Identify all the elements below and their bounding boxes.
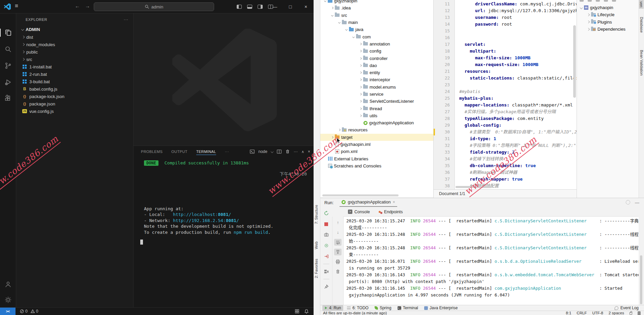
tab-bean-validation[interactable]: Bean Validation xyxy=(640,50,644,75)
tab-structure[interactable]: 7: Structure xyxy=(314,205,318,224)
project-tree-item[interactable]: resources xyxy=(320,126,433,133)
project-tree-item[interactable]: controller xyxy=(320,55,433,62)
project-tree-item[interactable]: pom.xml xyxy=(320,148,433,155)
soft-wrap-icon[interactable] xyxy=(334,239,342,246)
nav-forward-icon[interactable]: → xyxy=(85,3,90,9)
update-classes-icon[interactable] xyxy=(323,242,330,249)
project-tree-item[interactable]: Scratches and Consoles xyxy=(320,162,433,169)
caret-position[interactable]: 8:1 xyxy=(566,311,571,315)
nav-back-icon[interactable]: ← xyxy=(75,3,80,9)
tab-database[interactable]: Database xyxy=(640,17,644,33)
panel-more-icon[interactable]: ··· xyxy=(225,150,229,154)
clear-icon[interactable] xyxy=(334,268,342,275)
toggle-secondary-sidebar-icon[interactable] xyxy=(258,5,263,9)
explorer-item[interactable]: 1-install.bat xyxy=(16,63,133,70)
split-terminal-icon[interactable] xyxy=(277,149,282,154)
project-tree-item[interactable]: model.enums xyxy=(320,84,433,91)
rerun-icon[interactable] xyxy=(323,210,330,217)
tab-output[interactable]: OUTPUT xyxy=(171,150,187,154)
new-terminal-icon[interactable] xyxy=(250,149,255,154)
toolwindow-button-spring[interactable]: Spring xyxy=(372,305,394,311)
project-tree-item[interactable]: External Libraries xyxy=(320,155,433,162)
project-tree-item[interactable]: thread xyxy=(320,105,433,112)
maven-item[interactable]: Plugins xyxy=(577,19,639,26)
project-tree-item[interactable]: annotation xyxy=(320,40,433,48)
account-icon[interactable] xyxy=(4,280,12,288)
down-icon[interactable]: ↓ xyxy=(334,229,342,236)
exit-icon[interactable] xyxy=(323,253,330,260)
run-tab[interactable]: gxjyzhaopinApplication × xyxy=(340,199,397,207)
tab-maven[interactable]: ven xyxy=(639,0,644,9)
command-center-search[interactable]: admin xyxy=(94,2,214,11)
project-tree-hscrollbar[interactable] xyxy=(322,194,399,196)
toolwindow-button-todo[interactable]: 6: TODO xyxy=(345,305,371,311)
explorer-root[interactable]: ADMIN xyxy=(16,25,133,33)
inspections-icon[interactable] xyxy=(638,311,641,315)
maximize-button[interactable]: □ xyxy=(283,0,298,13)
close-panel-icon[interactable]: × xyxy=(308,149,310,154)
toolwindow-button-javaenterprise[interactable]: Java Enterprise xyxy=(422,305,460,311)
notifications-bell-icon[interactable] xyxy=(304,309,309,314)
ports-icon[interactable] xyxy=(295,309,299,314)
up-icon[interactable]: ↑ xyxy=(334,219,342,226)
console-scrollbar[interactable] xyxy=(640,255,642,304)
print-icon[interactable] xyxy=(334,258,342,265)
explorer-item[interactable]: Bbabel.config.js xyxy=(16,85,133,93)
explorer-item[interactable]: {}package.json xyxy=(16,100,133,107)
menu-icon[interactable]: ≡ xyxy=(15,3,18,9)
project-tree-item[interactable]: gxjyzhaopin xyxy=(320,0,433,4)
problems-status[interactable]: 0 0 xyxy=(20,308,38,315)
kill-terminal-icon[interactable] xyxy=(285,149,290,154)
layout-icon[interactable] xyxy=(323,268,330,275)
panel-more-actions-icon[interactable]: ··· xyxy=(294,149,298,154)
extensions-icon[interactable] xyxy=(4,95,12,103)
shell-label[interactable]: node xyxy=(258,149,267,154)
explorer-item[interactable]: 3-build.bat xyxy=(16,78,133,85)
close-button[interactable]: × xyxy=(298,0,314,13)
explorer-item[interactable]: dist xyxy=(16,33,133,41)
explorer-item[interactable]: {}package-lock.json xyxy=(16,93,133,100)
source-control-icon[interactable] xyxy=(4,62,12,70)
minimize-button[interactable]: — xyxy=(267,0,283,13)
project-tree-item[interactable]: interceptor xyxy=(320,76,433,83)
explorer-item[interactable]: 2-run.bat xyxy=(16,70,133,78)
scroll-to-end-icon[interactable] xyxy=(334,249,342,255)
explorer-item[interactable]: JSvue.config.js xyxy=(16,107,133,115)
maven-root[interactable]: mgxjyzhaopin xyxy=(577,4,639,11)
maximize-panel-icon[interactable]: ∧ xyxy=(301,150,304,154)
editor-vscrollbar[interactable] xyxy=(573,25,576,98)
event-log-button[interactable]: Event Log xyxy=(615,306,639,310)
console-log[interactable]: 2025-03-20 16:31:15.247 INFO 26544 --- [… xyxy=(343,216,639,305)
close-tab-icon[interactable]: × xyxy=(393,200,395,204)
tab-favorites[interactable]: 2: Favorites xyxy=(314,259,318,278)
run-settings-gear-icon[interactable] xyxy=(626,200,630,204)
explorer-item[interactable]: public xyxy=(16,48,133,56)
hide-panel-icon[interactable]: — xyxy=(635,200,639,205)
shell-dropdown-icon[interactable] xyxy=(271,150,273,153)
project-tree-item[interactable]: .idea xyxy=(320,4,433,11)
settings-gear-icon[interactable] xyxy=(4,296,12,304)
explorer-more-icon[interactable]: ··· xyxy=(124,18,128,22)
indent-setting[interactable]: 2 spaces xyxy=(609,311,624,315)
pin-icon[interactable] xyxy=(323,283,330,290)
lock-icon[interactable] xyxy=(630,312,632,315)
toolwindow-button-terminal[interactable]: >_Terminal xyxy=(395,305,420,311)
tab-console[interactable]: >Console xyxy=(348,210,370,214)
run-debug-icon[interactable] xyxy=(4,78,12,86)
line-ending[interactable]: CRLF xyxy=(577,311,587,315)
explorer-item[interactable]: src xyxy=(16,56,133,63)
remote-indicator[interactable]: >< xyxy=(0,308,16,315)
search-icon[interactable] xyxy=(4,45,12,53)
toggle-panel-icon[interactable] xyxy=(247,5,252,9)
toolwindow-button-run[interactable]: 4: Run xyxy=(322,305,343,311)
project-tree-item[interactable]: main xyxy=(320,19,433,26)
project-tree-item[interactable]: entity xyxy=(320,69,433,76)
project-tree-item[interactable]: service xyxy=(320,91,433,98)
stop-icon[interactable] xyxy=(323,221,330,227)
project-tree-item[interactable]: gxjyzhaopinApplication xyxy=(320,119,433,126)
project-tree-item[interactable]: src xyxy=(320,12,433,19)
explorer-item[interactable]: node_modules xyxy=(16,41,133,48)
project-tree-item[interactable]: com xyxy=(320,33,433,40)
project-tree-item[interactable]: java xyxy=(320,26,433,33)
project-tree-item[interactable]: dao xyxy=(320,62,433,69)
